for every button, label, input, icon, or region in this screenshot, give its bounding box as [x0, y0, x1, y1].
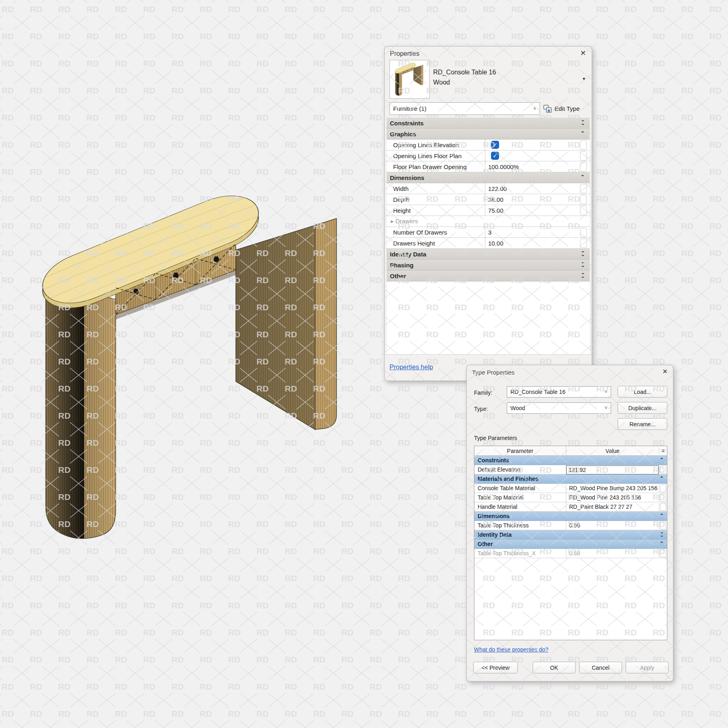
family-value: RD_Console Table 16	[510, 389, 565, 395]
associate-param-button[interactable]	[580, 228, 587, 237]
row-drawers-group[interactable]: ▸ Drawers	[387, 216, 590, 227]
value-field[interactable]: 75.00	[485, 205, 580, 216]
type-combobox[interactable]: Wood ˅	[507, 402, 611, 414]
tsection-materials[interactable]: Materials and Finishes ⌃	[474, 474, 667, 484]
chevron-up-icon[interactable]: ⌃	[580, 174, 585, 180]
value-field[interactable]: RD_Paint Black 27 27 27	[566, 502, 659, 511]
section-graphics[interactable]: Graphics ⌃	[387, 129, 590, 140]
row-drawers-height: Drawers Height 10.00	[387, 238, 590, 249]
section-constraints[interactable]: Constraints ⌄⌄	[387, 118, 590, 129]
dialog-title: Type Properties	[472, 369, 514, 376]
value-field[interactable]: 122.00	[485, 183, 580, 194]
family-label: Family:	[474, 389, 492, 396]
category-selector-value: Furniture (1)	[393, 105, 427, 112]
value-field[interactable]: RD_Wood Pine Bump 243 205 156	[566, 484, 659, 493]
type-parameters-label: Type Parameters	[474, 435, 517, 441]
value-field[interactable]: RD_Wood Pine 243 205 156	[566, 493, 659, 502]
revit-screenshot: { "watermark": { "text": "RD" }, "colors…	[0, 0, 728, 728]
associate-param-button[interactable]	[580, 162, 587, 171]
tsection-other[interactable]: Other ⌃	[474, 540, 667, 549]
apply-button: Apply	[626, 662, 669, 673]
ok-button[interactable]: OK	[533, 662, 576, 673]
chevron-double-down-icon[interactable]: ⌄⌄	[581, 260, 585, 267]
default-elevation-input[interactable]: 121.92	[566, 466, 659, 474]
type-selector-dropdown-icon[interactable]: ▾	[582, 76, 585, 82]
chevron-double-down-icon[interactable]: ⌄⌄	[581, 249, 585, 256]
type-parameters-table: Parameter Value = Constraints ⌃ Default …	[474, 446, 667, 640]
header-parameter: Parameter	[474, 448, 566, 454]
associate-param-button[interactable]	[580, 239, 587, 248]
associate-param-button[interactable]	[580, 195, 587, 204]
chevron-double-down-icon[interactable]: ⌄⌄	[581, 118, 585, 125]
associate-param-button[interactable]	[580, 184, 587, 193]
associate-param-button	[660, 550, 666, 557]
chevron-up-icon[interactable]: ⌃	[660, 513, 664, 518]
edit-type-button[interactable]: Edit Type	[543, 102, 588, 115]
preview-button[interactable]: << Preview	[473, 662, 518, 673]
associate-param-button[interactable]	[580, 151, 587, 161]
chevron-down-icon: ˅	[533, 106, 536, 112]
tsection-constraints[interactable]: Constraints ⌃	[474, 456, 667, 465]
trow-table-top-thickness-x: Table Top Thickness_X 0.50	[474, 549, 667, 558]
close-icon[interactable]: ✕	[662, 368, 668, 375]
properties-help-link[interactable]: Properties help	[389, 364, 433, 371]
row-width: Width 122.00	[387, 183, 590, 194]
value-field[interactable]: 10.00	[485, 238, 580, 248]
family-combobox[interactable]: RD_Console Table 16 ˅	[507, 386, 611, 398]
section-phasing[interactable]: Phasing ⌄⌄	[387, 260, 590, 271]
header-value: Value	[566, 446, 659, 455]
value-field[interactable]: 0.50	[566, 521, 659, 530]
trow-console-table-material: Console Table Material RD_Wood Pine Bump…	[474, 484, 667, 493]
type-value: Wood	[510, 405, 525, 411]
trow-table-top-thickness: Table Top Thickness 0.50	[474, 521, 667, 530]
duplicate-button[interactable]: Duplicate...	[618, 402, 667, 414]
cancel-button[interactable]: Cancel	[579, 662, 622, 673]
load-button[interactable]: Load...	[618, 386, 667, 398]
chevron-up-icon[interactable]: ⌃	[580, 130, 585, 136]
associate-param-button[interactable]	[660, 503, 666, 511]
chevron-double-down-icon[interactable]: ⌄⌄	[581, 271, 585, 278]
row-depth: Depth 38.00	[387, 194, 590, 205]
properties-info-link[interactable]: What do these properties do?	[474, 646, 548, 653]
checkbox-checked[interactable]: ✓	[491, 152, 499, 160]
preview-family-name: RD_Console Table 16	[433, 69, 496, 76]
type-label: Type:	[474, 406, 488, 412]
value-field[interactable]: 38.00	[485, 194, 580, 205]
header-formula: =	[659, 448, 667, 454]
table-header-row: Parameter Value =	[474, 446, 667, 456]
tsection-dimensions[interactable]: Dimensions ⌃	[474, 512, 667, 521]
resize-grip-icon[interactable]: ⋱	[665, 673, 671, 679]
section-identity-data[interactable]: Identity Data ⌄⌄	[387, 249, 590, 260]
type-preview-image	[390, 60, 428, 97]
associate-param-button[interactable]	[580, 140, 587, 150]
checkbox-checked[interactable]: ✓	[491, 141, 499, 149]
rename-button[interactable]: Rename...	[618, 418, 667, 430]
group-marker-icon: ▸	[391, 218, 394, 224]
chevron-up-icon[interactable]: ⌃	[660, 457, 664, 463]
associate-param-button[interactable]	[660, 485, 666, 492]
type-preview-thumbnail[interactable]	[389, 60, 430, 99]
chevron-up-icon[interactable]: ⌃	[660, 541, 664, 546]
value-field[interactable]: 100.0000%	[485, 161, 580, 172]
trow-default-elevation: Default Elevation 121.92	[474, 465, 667, 474]
row-opening-lines-floor-plan: Opening Lines Floor Plan ✓	[387, 150, 590, 161]
chevron-up-icon[interactable]: ⌃	[660, 476, 664, 481]
value-field[interactable]: 3	[485, 227, 580, 237]
section-dimensions[interactable]: Dimensions ⌃	[387, 172, 590, 183]
value-field-disabled: 0.50	[566, 549, 659, 558]
category-selector[interactable]: Furniture (1) ˅	[389, 102, 540, 115]
row-number-of-drawers: Number Of Drawers 3	[387, 227, 590, 238]
associate-param-button[interactable]	[660, 466, 666, 474]
associate-param-button[interactable]	[660, 494, 666, 502]
associate-param-button[interactable]	[580, 206, 587, 215]
close-icon[interactable]: ✕	[580, 50, 586, 57]
associate-param-button[interactable]	[660, 522, 666, 529]
trow-handle-material: Handle Material RD_Paint Black 27 27 27	[474, 502, 667, 512]
tsection-identity-data[interactable]: Identity Data ⌄⌄	[474, 530, 667, 540]
section-other[interactable]: Other ⌄⌄	[387, 271, 590, 281]
chevron-down-icon: ˅	[605, 389, 607, 395]
preview-type-name: Wood	[433, 79, 450, 86]
chevron-double-down-icon[interactable]: ⌄⌄	[660, 530, 664, 537]
properties-panel-title: Properties	[390, 50, 419, 57]
trow-table-top-material: Table Top Material RD_Wood Pine 243 205 …	[474, 493, 667, 502]
